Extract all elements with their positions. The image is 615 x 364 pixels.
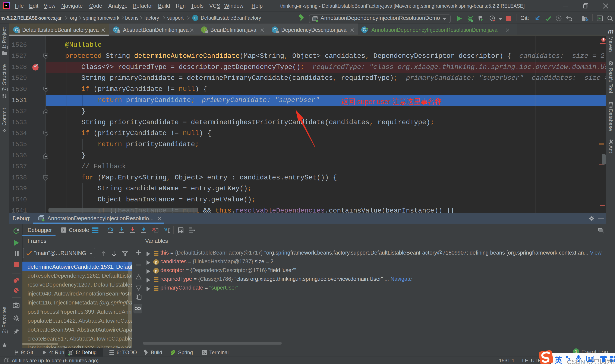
svg-text:IJ: IJ	[5, 4, 7, 7]
svg-text:C: C	[273, 27, 276, 32]
svg-text:p: p	[155, 260, 157, 264]
svg-text:C: C	[363, 27, 366, 32]
svg-text:I: I	[203, 27, 205, 32]
svg-text:p: p	[155, 269, 157, 273]
svg-text:C: C	[15, 27, 18, 32]
